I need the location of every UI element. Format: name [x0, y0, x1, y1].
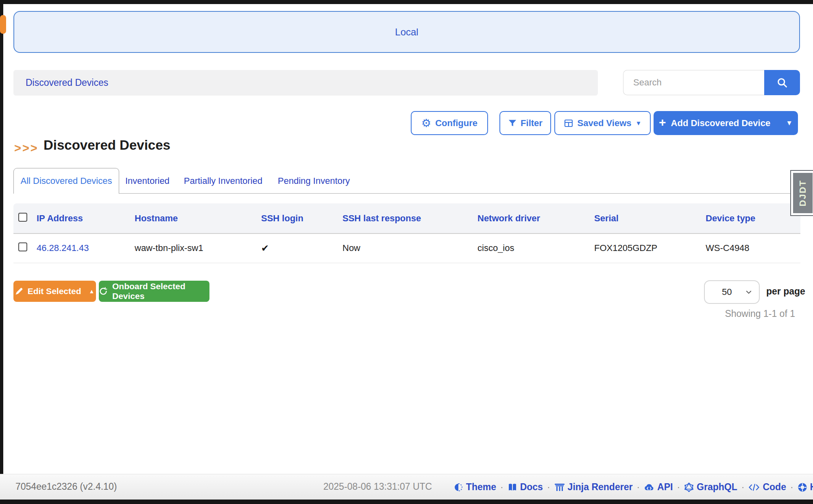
column-header-device-type[interactable]: Device type: [706, 203, 800, 233]
saved-views-button[interactable]: Saved Views ▼: [554, 111, 651, 135]
filter-button[interactable]: Filter: [499, 111, 551, 135]
theme-link[interactable]: Theme: [453, 482, 496, 493]
chevron-down-icon: ▼: [636, 120, 642, 126]
title-chevrons-icon: >>>: [14, 142, 39, 155]
django-debug-toolbar-handle[interactable]: DJDT: [790, 170, 813, 216]
api-link[interactable]: API: [644, 482, 673, 493]
column-header-network-driver[interactable]: Network driver: [477, 203, 594, 233]
search-button[interactable]: [764, 70, 800, 95]
showing-count-text: Showing 1-1 of 1: [725, 308, 795, 319]
table-header-row: IP Address Hostname SSH login SSH last r…: [13, 203, 800, 233]
breadcrumb-link[interactable]: Discovered Devices: [26, 77, 108, 88]
tab-partially-inventoried[interactable]: Partially Inventoried: [184, 168, 262, 194]
onboard-selected-devices-button[interactable]: Onboard Selected Devices: [99, 281, 209, 302]
select-chevron-icon: [745, 288, 752, 296]
footer-build-version: 7054ee1c2326 (v2.4.10): [15, 481, 117, 492]
per-page-label: per page: [766, 286, 805, 297]
footer: 7054ee1c2326 (v2.4.10) 2025-08-06 13:31:…: [0, 474, 813, 500]
theme-icon: [453, 482, 463, 492]
configure-button-label: Configure: [435, 118, 477, 129]
column-header-ip-address[interactable]: IP Address: [37, 203, 135, 233]
tab-partially-inventoried-label: Partially Inventoried: [184, 176, 262, 186]
page-title: Discovered Devices: [44, 137, 170, 153]
sync-icon: [99, 287, 108, 296]
column-header-ssh-login[interactable]: SSH login: [261, 203, 342, 233]
tab-inventoried[interactable]: Inventoried: [125, 168, 170, 194]
footer-separator: ·: [547, 482, 550, 493]
footer-separator: ·: [500, 482, 503, 493]
table-view-icon: [564, 118, 573, 128]
configure-button[interactable]: ⚙ Configure: [411, 111, 488, 135]
location-banner[interactable]: Local: [13, 11, 800, 53]
search-bar: [623, 70, 800, 95]
footer-links: Theme · Docs ·: [453, 474, 813, 500]
graphql-link-label: GraphQL: [697, 482, 737, 493]
search-input[interactable]: [623, 70, 764, 95]
filter-button-label: Filter: [521, 118, 543, 129]
tab-pending-inventory-label: Pending Inventory: [278, 176, 350, 186]
chevron-up-icon: ▲: [89, 288, 95, 295]
onboard-selected-devices-label: Onboard Selected Devices: [112, 281, 209, 301]
footer-separator: ·: [636, 482, 640, 493]
ssh-last-response-cell: Now: [342, 233, 477, 263]
code-link-label: Code: [763, 482, 786, 493]
code-link[interactable]: Code: [748, 482, 786, 493]
window-left-edge: [0, 0, 3, 504]
window-bottom-edge: [0, 500, 813, 504]
graphql-icon: [684, 482, 694, 492]
gear-icon: ⚙: [421, 118, 431, 129]
column-header-hostname[interactable]: Hostname: [135, 203, 261, 233]
tab-all-discovered-devices-label: All Discovered Devices: [21, 176, 112, 186]
help-link[interactable]: He: [798, 482, 813, 493]
per-page-value: 50: [722, 287, 745, 297]
jinja-renderer-link-label: Jinja Renderer: [568, 482, 633, 493]
table-row: 46.28.241.43 waw-tbn-plix-sw1 ✔ Now cisc…: [13, 233, 800, 263]
page: Local Discovered Devices ⚙ Configure Fil…: [0, 0, 813, 504]
search-icon: [776, 77, 788, 88]
location-banner-label: Local: [395, 26, 418, 38]
jinja-shrine-icon: [554, 482, 565, 492]
window-top-edge: [0, 0, 813, 4]
discovered-devices-table: IP Address Hostname SSH login SSH last r…: [13, 203, 800, 263]
edit-selected-label: Edit Selected: [28, 286, 81, 296]
add-discovered-device-label: Add Discovered Device: [671, 118, 771, 129]
djdt-inner: DJDT: [793, 173, 813, 213]
edit-selected-button[interactable]: Edit Selected ▲: [13, 281, 96, 302]
footer-separator: ·: [790, 482, 793, 493]
djdt-label: DJDT: [798, 180, 808, 206]
left-edge-orange-handle[interactable]: [0, 15, 6, 34]
hostname-cell: waw-tbn-plix-sw1: [135, 233, 261, 263]
tab-all-discovered-devices[interactable]: All Discovered Devices: [13, 168, 119, 194]
row-checkbox[interactable]: [18, 242, 27, 251]
footer-separator: ·: [677, 482, 680, 493]
select-all-checkbox[interactable]: [18, 213, 27, 222]
docs-link-label: Docs: [520, 482, 543, 493]
cloud-api-icon: [644, 482, 654, 492]
breadcrumb: Discovered Devices: [13, 70, 598, 96]
footer-timestamp: 2025-08-06 13:31:07 UTC: [323, 481, 432, 492]
serial-cell: FOX1205GDZP: [594, 233, 706, 263]
ssh-login-check-icon: ✔: [261, 243, 269, 253]
jinja-renderer-link[interactable]: Jinja Renderer: [554, 482, 633, 493]
ip-address-link[interactable]: 46.28.241.43: [37, 243, 89, 253]
tab-pending-inventory[interactable]: Pending Inventory: [278, 168, 350, 194]
per-page-select[interactable]: 50: [704, 280, 760, 304]
column-header-serial[interactable]: Serial: [594, 203, 706, 233]
pencil-icon: [15, 287, 23, 295]
add-discovered-device-button[interactable]: + Add Discovered Device ▼: [654, 111, 798, 135]
network-driver-cell: cisco_ios: [477, 233, 594, 263]
theme-link-label: Theme: [466, 482, 496, 493]
footer-separator: ·: [741, 482, 745, 493]
api-link-label: API: [657, 482, 673, 493]
filter-icon: [508, 119, 517, 128]
graphql-link[interactable]: GraphQL: [684, 482, 737, 493]
add-device-dropdown-caret-icon[interactable]: ▼: [786, 120, 793, 127]
book-icon: [508, 482, 517, 492]
saved-views-button-label: Saved Views: [578, 118, 632, 129]
plus-icon: +: [659, 116, 666, 129]
device-type-cell: WS-C4948: [706, 233, 800, 263]
tab-inventoried-label: Inventoried: [125, 176, 170, 186]
code-icon: [748, 483, 760, 492]
column-header-ssh-last-response[interactable]: SSH last response: [342, 203, 477, 233]
docs-link[interactable]: Docs: [508, 482, 543, 493]
